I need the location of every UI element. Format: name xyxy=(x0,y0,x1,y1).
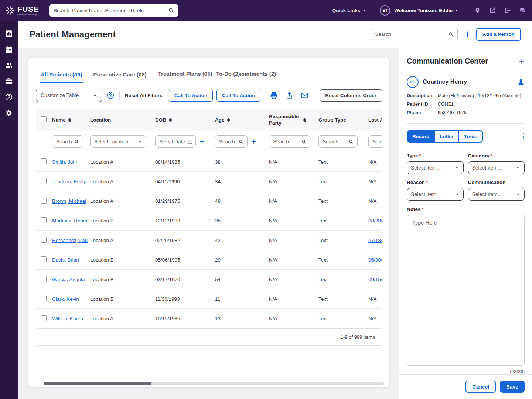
row-checkbox[interactable] xyxy=(41,256,47,262)
dob-date-filter[interactable]: Select Date xyxy=(155,135,196,148)
add-age-filter-icon[interactable]: + xyxy=(251,137,256,146)
calendar-icon[interactable] xyxy=(5,45,13,54)
cell-responsible-party: N/A xyxy=(267,159,317,165)
patient-name-link[interactable]: Smith, John xyxy=(52,159,78,165)
category-select[interactable]: Select item... xyxy=(468,161,525,174)
settings-gear-icon[interactable] xyxy=(5,109,13,117)
row-checkbox[interactable] xyxy=(41,178,47,184)
horizontal-scrollbar[interactable] xyxy=(44,382,384,385)
patient-name-link[interactable]: Davis, Brian xyxy=(52,257,79,263)
call-to-action-button-1[interactable]: Call To Action xyxy=(169,89,213,102)
row-checkbox[interactable] xyxy=(41,276,47,282)
col-header-age[interactable]: Age xyxy=(215,117,225,123)
age-filter-input[interactable] xyxy=(219,139,236,144)
col-header-group-type[interactable]: Group Type xyxy=(318,117,346,123)
patient-name-link[interactable]: Brown, Michael xyxy=(52,198,86,204)
more-options-kebab-icon[interactable] xyxy=(522,133,525,140)
user-menu[interactable]: Welcome Tenison, Eddie▼ xyxy=(394,8,458,13)
save-button[interactable]: Save xyxy=(500,381,525,393)
tab-preventive-care[interactable]: Preventive Care (08) xyxy=(93,71,147,82)
reason-select[interactable]: Select item... xyxy=(407,188,464,201)
export-share-icon[interactable] xyxy=(286,92,293,99)
add-communication-icon[interactable]: + xyxy=(519,56,525,66)
patient-name-link[interactable]: Wilson, Karen xyxy=(52,316,83,321)
last-appt-link[interactable]: 09/15/... xyxy=(368,277,382,282)
add-person-button[interactable]: Add a Person xyxy=(476,28,521,41)
location-pin-icon[interactable] xyxy=(474,7,481,14)
patient-search-input[interactable] xyxy=(375,31,448,37)
cell-dob: 11/30/1993 xyxy=(153,296,213,302)
call-to-action-button-2[interactable]: Call To Action xyxy=(216,89,260,102)
print-icon[interactable] xyxy=(270,92,278,99)
quick-links-menu[interactable]: Quick Links▼ xyxy=(332,8,366,13)
col-header-responsible-party[interactable]: Responsible Party xyxy=(269,114,301,126)
user-avatar[interactable]: ET xyxy=(380,5,390,16)
tab-record[interactable]: Record xyxy=(407,130,435,143)
open-in-new-icon[interactable] xyxy=(489,7,496,14)
patients-people-icon[interactable] xyxy=(5,61,13,69)
row-checkbox[interactable] xyxy=(41,237,47,243)
type-select[interactable]: Select item... xyxy=(407,161,464,174)
patient-name-link[interactable]: Martinez, Robert xyxy=(52,218,88,224)
briefcase-icon[interactable] xyxy=(5,77,13,85)
group-type-filter[interactable] xyxy=(318,135,358,148)
location-filter-dropdown[interactable]: Select Location xyxy=(90,135,146,148)
responsible-party-filter-input[interactable] xyxy=(273,139,294,144)
row-checkbox[interactable] xyxy=(41,217,47,223)
sign-out-icon[interactable] xyxy=(504,7,511,14)
name-filter[interactable] xyxy=(52,135,83,148)
patient-name-link[interactable]: Hernandez, Laura xyxy=(52,238,88,243)
sort-icon[interactable] xyxy=(169,118,172,122)
last-appt-link[interactable]: 06/30/... xyxy=(368,257,382,263)
scrollbar-thumb[interactable] xyxy=(44,382,151,385)
patient-name-link[interactable]: Clark, Kevin xyxy=(52,296,79,302)
global-search[interactable] xyxy=(49,4,178,17)
add-date-filter-icon[interactable]: + xyxy=(200,137,205,146)
tab-todo[interactable]: To-do xyxy=(459,130,483,143)
notes-textarea[interactable] xyxy=(407,215,525,366)
brand-name: FUSE xyxy=(17,5,39,13)
sort-icon[interactable] xyxy=(303,118,306,122)
tab-all-patients[interactable]: All Patients (09) xyxy=(40,71,83,82)
notes-label: Notes xyxy=(407,207,421,212)
age-filter[interactable] xyxy=(215,135,248,148)
sort-icon[interactable] xyxy=(227,118,230,122)
last-appt-date-filter[interactable]: Select Date xyxy=(368,135,382,148)
patient-search[interactable] xyxy=(371,28,458,40)
row-checkbox[interactable] xyxy=(41,315,47,321)
col-header-name[interactable]: Name xyxy=(52,117,66,123)
customize-table-dropdown[interactable]: Customize Table xyxy=(36,89,102,102)
select-all-checkbox[interactable] xyxy=(41,116,47,122)
row-checkbox[interactable] xyxy=(41,296,47,301)
tab-to-do[interactable]: To-Do (2) xyxy=(216,71,241,77)
reset-all-filters-link[interactable]: Reset All Filters xyxy=(125,93,163,98)
help-icon[interactable] xyxy=(107,92,114,99)
col-header-dob[interactable]: DOB xyxy=(155,117,166,123)
person-icon[interactable] xyxy=(517,78,525,86)
sort-icon[interactable] xyxy=(68,118,71,122)
last-appt-value: N/A xyxy=(368,159,377,165)
name-filter-input[interactable] xyxy=(56,139,72,144)
dashboard-chart-icon[interactable] xyxy=(5,30,13,38)
mail-check-icon[interactable] xyxy=(301,92,309,99)
col-header-last-appt[interactable]: Last Appt xyxy=(368,117,382,123)
col-header-location[interactable]: Location xyxy=(90,117,111,123)
communication-select[interactable]: Select item... xyxy=(468,188,525,201)
patient-name-link[interactable]: Garcia, Angela xyxy=(52,277,85,282)
group-type-filter-input[interactable] xyxy=(323,139,340,144)
tab-treatment-plans[interactable]: Treatment Plans (05) xyxy=(158,71,212,77)
chat-icon[interactable] xyxy=(519,7,526,14)
add-icon[interactable]: + xyxy=(464,29,470,39)
row-checkbox[interactable] xyxy=(41,158,47,164)
reset-columns-order-button[interactable]: Reset Columns Order xyxy=(320,89,382,102)
help-icon[interactable] xyxy=(5,93,13,101)
global-search-input[interactable] xyxy=(54,8,168,13)
cancel-button[interactable]: Cancel xyxy=(465,381,496,393)
responsible-party-filter[interactable] xyxy=(269,135,310,148)
patient-name-link[interactable]: Johnson, Emily xyxy=(52,179,86,184)
last-appt-link[interactable]: 08/28/... xyxy=(368,218,382,224)
last-appt-link[interactable]: 07/18/... xyxy=(368,238,382,243)
divider xyxy=(314,91,314,100)
row-checkbox[interactable] xyxy=(41,198,47,204)
tab-letter[interactable]: Letter xyxy=(435,130,460,143)
